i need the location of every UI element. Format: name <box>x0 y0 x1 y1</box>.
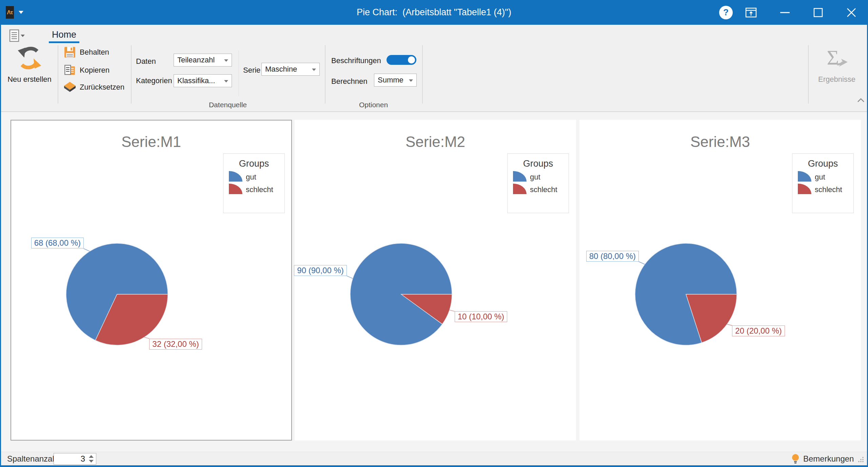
save-icon <box>64 46 76 58</box>
toggle-knob <box>408 56 415 63</box>
ribbon-separator <box>325 45 326 104</box>
copy-icon <box>64 64 76 76</box>
refresh-icon <box>17 45 42 71</box>
spinner-down-icon[interactable] <box>89 460 94 463</box>
neu-erstellen-label: Neu erstellen <box>4 75 55 84</box>
label-leader-line <box>727 324 732 325</box>
chart-panel-3[interactable]: Serie:M3Groupsgutschlecht20 (20,00 %)80 … <box>579 120 861 441</box>
label-leader-line <box>144 337 149 339</box>
berechnen-label: Berechnen <box>331 77 367 86</box>
help-button[interactable]: ? <box>719 0 733 25</box>
label-leader-line <box>347 276 353 279</box>
zuruecksetzen-label: Zurücksetzen <box>80 83 124 92</box>
svg-text:Σ: Σ <box>827 46 839 69</box>
berechnen-value: Summe <box>378 76 403 85</box>
label-leader-line <box>84 248 90 251</box>
chart-panel-1[interactable]: Serie:M1Groupsgutschlecht32 (32,00 %)68 … <box>11 120 292 441</box>
kategorien-label: Kategorien <box>136 76 172 85</box>
document-menu-icon <box>9 29 26 43</box>
pie-chart <box>295 120 577 441</box>
window-title: Pie Chart: (Arbeitsblatt "Tabelle1 (4)") <box>1 0 867 25</box>
ribbon-separator <box>131 45 132 104</box>
pie-chart <box>11 120 293 441</box>
behalten-button[interactable]: Behalten <box>64 46 109 58</box>
sigma-results-icon: Σ <box>824 46 850 71</box>
title-bar: Λτ Pie Chart: (Arbeitsblatt "Tabelle1 (4… <box>1 0 867 25</box>
kategorien-dropdown[interactable]: Klassifika... <box>174 74 232 87</box>
kategorien-value: Klassifika... <box>177 76 215 85</box>
zuruecksetzen-button[interactable]: Zurücksetzen <box>64 82 124 93</box>
ribbon-separator <box>238 51 239 96</box>
spaltenanzahl-input[interactable] <box>54 453 85 464</box>
eraser-icon <box>64 82 76 93</box>
application-window: Λτ Pie Chart: (Arbeitsblatt "Tabelle1 (4… <box>0 0 868 467</box>
tab-home-underline <box>49 41 79 43</box>
ribbon: Home Neu erstellen Behalten <box>1 25 867 112</box>
bemerkungen-button[interactable] <box>791 454 800 465</box>
serie-value: Maschine <box>265 65 297 74</box>
behalten-label: Behalten <box>80 48 109 57</box>
resize-grip[interactable] <box>857 456 864 464</box>
minimize-button[interactable] <box>780 0 790 25</box>
tab-home[interactable]: Home <box>50 30 79 40</box>
chevron-down-icon <box>312 69 316 71</box>
spaltenanzahl-label: Spaltenanzahl <box>7 454 59 464</box>
spaltenanzahl-spinner[interactable] <box>54 453 96 465</box>
ergebnisse-button[interactable]: Σ Ergebnisse <box>810 46 864 84</box>
close-button[interactable] <box>846 0 857 25</box>
chevron-down-icon <box>409 79 413 82</box>
status-bar: Spaltenanzahl Bemerkungen <box>1 452 867 465</box>
chevron-up-icon <box>857 97 865 103</box>
pie-value-label-schlecht: 32 (32,00 %) <box>149 339 202 350</box>
group-datenquelle-label: Datenquelle <box>131 101 325 109</box>
pie-chart <box>580 120 862 441</box>
collapse-ribbon-button[interactable] <box>857 97 865 104</box>
berechnen-dropdown[interactable]: Summe <box>374 74 417 87</box>
popout-window-icon <box>745 7 757 18</box>
kopieren-button[interactable]: Kopieren <box>64 64 110 76</box>
label-leader-line <box>450 310 455 311</box>
minimize-icon <box>780 12 790 14</box>
maximize-icon <box>813 8 823 17</box>
grip-dots-icon <box>857 456 864 463</box>
maximize-button[interactable] <box>813 0 823 25</box>
pie-value-label-schlecht: 10 (10,00 %) <box>455 311 507 322</box>
daten-value: Teileanzahl <box>177 56 215 64</box>
group-optionen-label: Optionen <box>325 101 422 109</box>
spinner-up-icon[interactable] <box>89 455 94 458</box>
daten-label: Daten <box>136 57 156 66</box>
label-leader-line <box>639 262 645 264</box>
neu-erstellen-button[interactable]: Neu erstellen <box>4 45 55 84</box>
daten-dropdown[interactable]: Teileanzahl <box>174 54 232 67</box>
application-menu-button[interactable] <box>9 29 26 44</box>
bemerkungen-label[interactable]: Bemerkungen <box>803 454 854 464</box>
ergebnisse-label: Ergebnisse <box>810 75 864 84</box>
chevron-down-icon <box>224 80 228 82</box>
kopieren-label: Kopieren <box>80 66 110 75</box>
ribbon-separator <box>58 45 58 104</box>
pie-slice-gut[interactable] <box>350 243 452 345</box>
beschriftungen-toggle[interactable] <box>387 55 416 65</box>
chevron-down-icon <box>224 59 228 62</box>
pie-value-label-gut: 68 (68,00 %) <box>31 238 84 248</box>
spinner-arrows <box>88 454 95 464</box>
ribbon-separator <box>808 45 809 104</box>
chart-panel-2[interactable]: Serie:M2Groupsgutschlecht10 (10,00 %)90 … <box>295 120 576 441</box>
pie-value-label-gut: 80 (80,00 %) <box>586 251 639 262</box>
document-area: Serie:M1Groupsgutschlecht32 (32,00 %)68 … <box>1 112 867 452</box>
help-icon: ? <box>719 6 733 19</box>
beschriftungen-label: Beschriftungen <box>331 56 381 65</box>
serie-dropdown[interactable]: Maschine <box>261 63 320 76</box>
lightbulb-icon <box>791 454 800 464</box>
close-icon <box>846 7 856 18</box>
pie-value-label-schlecht: 20 (20,00 %) <box>732 325 785 336</box>
ribbon-separator <box>422 45 423 104</box>
serie-label: Serie <box>243 66 260 75</box>
popout-window-button[interactable] <box>745 0 757 25</box>
pie-value-label-gut: 90 (90,00 %) <box>294 265 347 276</box>
